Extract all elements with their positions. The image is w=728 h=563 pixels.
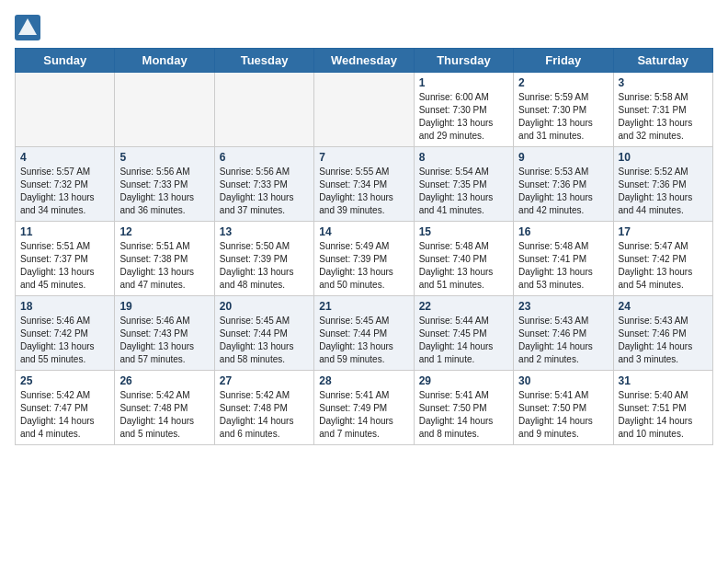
calendar-cell: 31Sunrise: 5:40 AMSunset: 7:51 PMDayligh… [613,371,712,445]
calendar-cell: 17Sunrise: 5:47 AMSunset: 7:42 PMDayligh… [613,222,712,296]
day-number: 27 [220,374,309,387]
cell-content: Sunrise: 5:43 AMSunset: 7:46 PMDaylight:… [619,315,708,366]
day-number: 24 [619,300,708,313]
cell-content: Sunrise: 5:46 AMSunset: 7:43 PMDaylight:… [119,315,209,366]
cell-content: Sunrise: 5:51 AMSunset: 7:37 PMDaylight:… [20,240,109,292]
cell-content: Sunrise: 5:41 AMSunset: 7:49 PMDaylight:… [319,389,408,441]
cell-content: Sunrise: 5:47 AMSunset: 7:42 PMDaylight:… [619,240,708,292]
calendar-week-row: 4Sunrise: 5:57 AMSunset: 7:32 PMDaylight… [16,147,713,222]
calendar-cell: 28Sunrise: 5:41 AMSunset: 7:49 PMDayligh… [314,371,414,445]
calendar-cell: 14Sunrise: 5:49 AMSunset: 7:39 PMDayligh… [314,222,414,296]
day-number: 22 [419,300,508,313]
cell-content: Sunrise: 5:48 AMSunset: 7:40 PMDaylight:… [419,240,508,292]
weekday-header: Tuesday [214,49,313,73]
day-number: 20 [220,300,309,313]
cell-content: Sunrise: 5:51 AMSunset: 7:38 PMDaylight:… [119,240,209,292]
weekday-header: Sunday [16,49,115,73]
logo-icon [15,15,40,40]
cell-content: Sunrise: 5:48 AMSunset: 7:41 PMDaylight:… [518,240,608,292]
cell-content: Sunrise: 5:41 AMSunset: 7:50 PMDaylight:… [518,389,608,441]
weekday-header: Thursday [414,49,513,73]
calendar-cell: 8Sunrise: 5:54 AMSunset: 7:35 PMDaylight… [414,147,513,222]
day-number: 25 [20,374,109,387]
day-number: 18 [20,300,109,313]
calendar-cell: 15Sunrise: 5:48 AMSunset: 7:40 PMDayligh… [414,222,513,296]
calendar-cell [16,73,115,147]
day-number: 15 [419,225,508,238]
calendar-cell [314,73,414,147]
cell-content: Sunrise: 5:50 AMSunset: 7:39 PMDaylight:… [220,240,309,292]
day-number: 2 [518,76,608,89]
calendar-cell: 30Sunrise: 5:41 AMSunset: 7:50 PMDayligh… [514,371,613,445]
cell-content: Sunrise: 5:41 AMSunset: 7:50 PMDaylight:… [419,389,508,441]
calendar-cell: 18Sunrise: 5:46 AMSunset: 7:42 PMDayligh… [16,296,115,371]
weekday-header: Saturday [613,49,712,73]
cell-content: Sunrise: 5:57 AMSunset: 7:32 PMDaylight:… [20,166,109,217]
cell-content: Sunrise: 5:42 AMSunset: 7:48 PMDaylight:… [119,389,209,441]
day-number: 9 [518,151,608,164]
cell-content: Sunrise: 5:42 AMSunset: 7:48 PMDaylight:… [220,389,309,441]
cell-content: Sunrise: 5:58 AMSunset: 7:31 PMDaylight:… [619,91,708,143]
calendar-cell: 26Sunrise: 5:42 AMSunset: 7:48 PMDayligh… [115,371,214,445]
day-number: 11 [20,225,109,238]
cell-content: Sunrise: 5:56 AMSunset: 7:33 PMDaylight:… [119,166,209,217]
day-number: 28 [319,374,408,387]
day-number: 16 [518,225,608,238]
calendar-cell: 5Sunrise: 5:56 AMSunset: 7:33 PMDaylight… [115,147,214,222]
calendar-cell: 24Sunrise: 5:43 AMSunset: 7:46 PMDayligh… [613,296,712,371]
calendar-cell: 7Sunrise: 5:55 AMSunset: 7:34 PMDaylight… [314,147,414,222]
calendar-cell: 20Sunrise: 5:45 AMSunset: 7:44 PMDayligh… [214,296,313,371]
day-number: 17 [619,225,708,238]
weekday-header-row: SundayMondayTuesdayWednesdayThursdayFrid… [16,49,713,73]
calendar-cell: 21Sunrise: 5:45 AMSunset: 7:44 PMDayligh… [314,296,414,371]
day-number: 4 [20,151,109,164]
day-number: 8 [419,151,508,164]
calendar-cell: 13Sunrise: 5:50 AMSunset: 7:39 PMDayligh… [214,222,313,296]
day-number: 12 [119,225,209,238]
cell-content: Sunrise: 5:46 AMSunset: 7:42 PMDaylight:… [20,315,109,366]
calendar-cell [115,73,214,147]
day-number: 3 [619,76,708,89]
day-number: 10 [619,151,708,164]
day-number: 14 [319,225,408,238]
cell-content: Sunrise: 5:45 AMSunset: 7:44 PMDaylight:… [220,315,309,366]
calendar-week-row: 25Sunrise: 5:42 AMSunset: 7:47 PMDayligh… [16,371,713,445]
day-number: 31 [619,374,708,387]
cell-content: Sunrise: 5:53 AMSunset: 7:36 PMDaylight:… [518,166,608,217]
calendar-cell: 4Sunrise: 5:57 AMSunset: 7:32 PMDaylight… [16,147,115,222]
calendar-cell: 11Sunrise: 5:51 AMSunset: 7:37 PMDayligh… [16,222,115,296]
day-number: 30 [518,374,608,387]
calendar-cell: 22Sunrise: 5:44 AMSunset: 7:45 PMDayligh… [414,296,513,371]
cell-content: Sunrise: 5:59 AMSunset: 7:30 PMDaylight:… [518,91,608,143]
logo [15,15,44,40]
cell-content: Sunrise: 5:49 AMSunset: 7:39 PMDaylight:… [319,240,408,292]
day-number: 5 [119,151,209,164]
calendar-cell: 25Sunrise: 5:42 AMSunset: 7:47 PMDayligh… [16,371,115,445]
calendar-cell: 29Sunrise: 5:41 AMSunset: 7:50 PMDayligh… [414,371,513,445]
calendar-cell: 23Sunrise: 5:43 AMSunset: 7:46 PMDayligh… [514,296,613,371]
day-number: 13 [220,225,309,238]
cell-content: Sunrise: 5:43 AMSunset: 7:46 PMDaylight:… [518,315,608,366]
day-number: 26 [119,374,209,387]
cell-content: Sunrise: 5:54 AMSunset: 7:35 PMDaylight:… [419,166,508,217]
calendar-cell: 10Sunrise: 5:52 AMSunset: 7:36 PMDayligh… [613,147,712,222]
cell-content: Sunrise: 5:40 AMSunset: 7:51 PMDaylight:… [619,389,708,441]
page-header [15,15,713,40]
cell-content: Sunrise: 5:56 AMSunset: 7:33 PMDaylight:… [220,166,309,217]
cell-content: Sunrise: 6:00 AMSunset: 7:30 PMDaylight:… [419,91,508,143]
calendar-cell: 2Sunrise: 5:59 AMSunset: 7:30 PMDaylight… [514,73,613,147]
day-number: 7 [319,151,408,164]
day-number: 23 [518,300,608,313]
calendar-cell: 12Sunrise: 5:51 AMSunset: 7:38 PMDayligh… [115,222,214,296]
weekday-header: Monday [115,49,214,73]
calendar-cell: 27Sunrise: 5:42 AMSunset: 7:48 PMDayligh… [214,371,313,445]
calendar-cell: 1Sunrise: 6:00 AMSunset: 7:30 PMDaylight… [414,73,513,147]
calendar: SundayMondayTuesdayWednesdayThursdayFrid… [15,48,713,445]
cell-content: Sunrise: 5:42 AMSunset: 7:47 PMDaylight:… [20,389,109,441]
day-number: 6 [220,151,309,164]
calendar-cell: 16Sunrise: 5:48 AMSunset: 7:41 PMDayligh… [514,222,613,296]
calendar-cell: 9Sunrise: 5:53 AMSunset: 7:36 PMDaylight… [514,147,613,222]
weekday-header: Friday [514,49,613,73]
cell-content: Sunrise: 5:45 AMSunset: 7:44 PMDaylight:… [319,315,408,366]
calendar-cell: 19Sunrise: 5:46 AMSunset: 7:43 PMDayligh… [115,296,214,371]
